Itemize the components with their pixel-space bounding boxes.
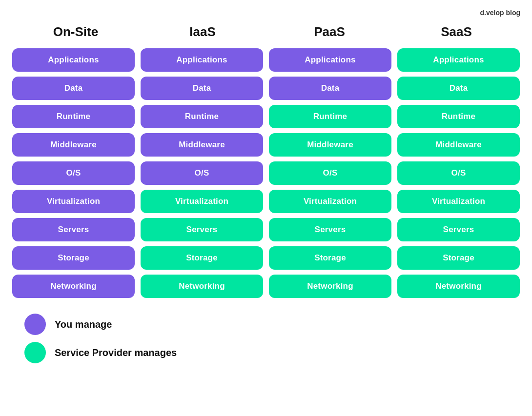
cell-onsite-networking: Networking <box>12 275 135 298</box>
cell-onsite-storage: Storage <box>12 246 135 270</box>
legend-you-manage-label: You manage <box>55 319 112 330</box>
cell-onsite-applications: Applications <box>12 48 135 72</box>
cell-paas-servers: Servers <box>269 218 391 241</box>
cell-iaas-runtime: Runtime <box>141 105 263 128</box>
brand-logo: d.velop blog <box>480 9 520 17</box>
cell-paas-storage: Storage <box>269 246 391 270</box>
cell-saas-applications: Applications <box>397 48 520 72</box>
header-iaas: IaaS <box>139 24 266 43</box>
legend-green-circle <box>24 342 46 363</box>
cell-onsite-runtime: Runtime <box>12 105 135 128</box>
cell-saas-servers: Servers <box>397 218 520 241</box>
cell-paas-virtualization: Virtualization <box>269 190 391 213</box>
column-paas: ApplicationsDataRuntimeMiddlewareO/SVirt… <box>269 48 391 298</box>
cell-onsite-o-s: O/S <box>12 161 135 185</box>
cell-iaas-data: Data <box>141 77 263 100</box>
column-iaas: ApplicationsDataRuntimeMiddlewareO/SVirt… <box>141 48 263 298</box>
column-onsite: ApplicationsDataRuntimeMiddlewareO/SVirt… <box>12 48 135 298</box>
header-saas: SaaS <box>393 24 520 43</box>
comparison-grid: ApplicationsDataRuntimeMiddlewareO/SVirt… <box>12 48 520 298</box>
main-content: On-Site IaaS PaaS SaaS ApplicationsDataR… <box>0 0 532 373</box>
cell-paas-applications: Applications <box>269 48 391 72</box>
cell-onsite-servers: Servers <box>12 218 135 241</box>
cell-iaas-middleware: Middleware <box>141 133 263 157</box>
column-headers: On-Site IaaS PaaS SaaS <box>12 24 520 43</box>
legend: You manage Service Provider manages <box>24 314 532 363</box>
cell-saas-data: Data <box>397 77 520 100</box>
cell-paas-networking: Networking <box>269 275 391 298</box>
cell-saas-storage: Storage <box>397 246 520 270</box>
cell-saas-middleware: Middleware <box>397 133 520 157</box>
legend-purple-circle <box>24 314 46 335</box>
cell-paas-runtime: Runtime <box>269 105 391 128</box>
brand-rest: velop blog <box>486 9 520 17</box>
cell-paas-data: Data <box>269 77 391 100</box>
brand-bold: d. <box>480 9 486 17</box>
cell-iaas-applications: Applications <box>141 48 263 72</box>
legend-provider-manages: Service Provider manages <box>24 342 532 363</box>
cell-saas-virtualization: Virtualization <box>397 190 520 213</box>
cell-saas-o-s: O/S <box>397 161 520 185</box>
cell-saas-networking: Networking <box>397 275 520 298</box>
cell-saas-runtime: Runtime <box>397 105 520 128</box>
header-onsite: On-Site <box>12 24 139 43</box>
cell-onsite-virtualization: Virtualization <box>12 190 135 213</box>
cell-paas-o-s: O/S <box>269 161 391 185</box>
cell-iaas-storage: Storage <box>141 246 263 270</box>
cell-iaas-networking: Networking <box>141 275 263 298</box>
cell-iaas-servers: Servers <box>141 218 263 241</box>
cell-onsite-data: Data <box>12 77 135 100</box>
legend-provider-manages-label: Service Provider manages <box>55 347 177 358</box>
column-saas: ApplicationsDataRuntimeMiddlewareO/SVirt… <box>397 48 520 298</box>
cell-onsite-middleware: Middleware <box>12 133 135 157</box>
cell-iaas-o-s: O/S <box>141 161 263 185</box>
cell-paas-middleware: Middleware <box>269 133 391 157</box>
cell-iaas-virtualization: Virtualization <box>141 190 263 213</box>
header-paas: PaaS <box>266 24 393 43</box>
legend-you-manage: You manage <box>24 314 532 335</box>
